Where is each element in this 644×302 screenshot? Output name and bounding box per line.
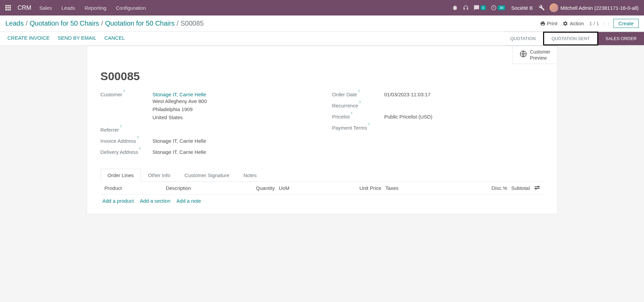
- status-quotation-sent-label: QUOTATION SENT: [552, 36, 590, 41]
- breadcrumb-sep: /: [101, 20, 103, 27]
- create-button[interactable]: Create: [613, 19, 639, 28]
- tab-customer-signature[interactable]: Customer Signature: [178, 169, 236, 182]
- pricelist-label: Pricelist?: [332, 113, 384, 120]
- tab-other-info[interactable]: Other Info: [141, 169, 178, 182]
- action-label: Action: [570, 21, 584, 26]
- add-section-link[interactable]: Add a section: [140, 198, 171, 204]
- tools-icon[interactable]: [539, 5, 545, 11]
- customer-preview-line2: Preview: [530, 55, 547, 61]
- cancel-button[interactable]: CANCEL: [100, 32, 129, 45]
- globe-icon: [519, 50, 527, 60]
- help-icon[interactable]: ?: [120, 125, 122, 129]
- help-icon[interactable]: ?: [350, 111, 352, 115]
- activities-icon[interactable]: 38: [491, 5, 505, 11]
- referrer-label: Referrer?: [101, 126, 153, 133]
- form-right-col: Order Date? 01/03/2023 11:03:17 Recurren…: [332, 91, 544, 160]
- order-date-value: 01/03/2023 11:03:17: [384, 92, 431, 97]
- recurrence-field: Recurrence?: [332, 102, 544, 108]
- action-bar: CREATE INVOICE SEND BY EMAIL CANCEL QUOT…: [0, 32, 644, 46]
- bug-icon[interactable]: [452, 5, 458, 11]
- invoice-address-value: Stonage IT, Carrie Helle: [153, 138, 206, 144]
- add-row: Add a product Add a section Add a note: [101, 195, 544, 207]
- customer-value: Stonage IT, Carrie Helle West Allegheny …: [153, 92, 207, 122]
- th-quantity: Quantity: [241, 185, 277, 191]
- invoice-address-label: Invoice Address?: [101, 137, 153, 144]
- gear-icon: [563, 21, 568, 26]
- tab-notes[interactable]: Notes: [236, 169, 264, 182]
- customer-label: Customer?: [101, 91, 153, 97]
- help-icon[interactable]: ?: [139, 147, 141, 151]
- company-selector[interactable]: Société B: [510, 5, 534, 11]
- invoice-address-field: Invoice Address? Stonage IT, Carrie Hell…: [101, 137, 312, 144]
- breadcrumb-sep: /: [177, 20, 179, 27]
- add-note-link[interactable]: Add a note: [177, 198, 201, 204]
- th-description: Description: [164, 185, 241, 191]
- th-disc: Disc.%: [473, 185, 509, 191]
- customer-preview-line1: Customer: [530, 49, 551, 55]
- support-icon[interactable]: [463, 5, 469, 11]
- help-icon[interactable]: ?: [368, 123, 370, 127]
- th-product: Product: [103, 185, 164, 191]
- navbar-right: 6 38 Société B Mitchell Admin (22381171-…: [452, 3, 641, 12]
- breadcrumb-leads[interactable]: Leads: [5, 20, 24, 27]
- top-navbar: CRM Sales Leads Reporting Configuration …: [0, 0, 644, 15]
- th-subtotal: Subtotal: [509, 185, 532, 191]
- user-name: Mitchell Admin (22381171-16-0-all): [560, 5, 639, 11]
- delivery-address-label: Delivery Address?: [101, 148, 153, 155]
- customer-link[interactable]: Stonage IT, Carrie Helle: [153, 92, 206, 97]
- help-icon[interactable]: ?: [137, 136, 139, 140]
- pricelist-field: Pricelist? Public Pricelist (USD): [332, 113, 544, 120]
- avatar: [550, 3, 558, 12]
- th-taxes: Taxes: [383, 185, 474, 191]
- breadcrumb: Leads / Quotation for 50 Chairs / Quotat…: [5, 20, 204, 27]
- th-options-icon[interactable]: [532, 185, 541, 191]
- help-icon[interactable]: ?: [359, 100, 361, 104]
- delivery-address-value: Stonage IT, Carrie Helle: [153, 149, 206, 155]
- user-menu[interactable]: Mitchell Admin (22381171-16-0-all): [550, 3, 639, 12]
- table-header: Product Description Quantity UoM Unit Pr…: [101, 182, 544, 195]
- customer-field: Customer? Stonage IT, Carrie Helle West …: [101, 91, 312, 122]
- referrer-field: Referrer?: [101, 126, 312, 133]
- order-date-field: Order Date? 01/03/2023 11:03:17: [332, 91, 544, 97]
- status-quotation-sent[interactable]: QUOTATION SENT: [543, 32, 598, 45]
- pager-next-icon[interactable]: ›: [606, 21, 611, 27]
- tab-order-lines[interactable]: Order Lines: [101, 169, 141, 182]
- status-quotation[interactable]: QUOTATION: [503, 32, 543, 45]
- sliders-icon: [534, 186, 540, 190]
- print-icon: [540, 21, 545, 26]
- form-wrap: Customer Preview S00085 Customer? Stonag…: [0, 46, 644, 228]
- nav-sales[interactable]: Sales: [35, 2, 56, 14]
- order-date-label: Order Date?: [332, 91, 384, 97]
- status-sales-order[interactable]: SALES ORDER: [598, 32, 644, 45]
- breadcrumb-quotation-1[interactable]: Quotation for 50 Chairs: [30, 20, 99, 27]
- breadcrumb-sep: /: [26, 20, 28, 27]
- apps-icon[interactable]: [3, 2, 13, 13]
- status-bar: QUOTATION QUOTATION SENT SALES ORDER: [503, 32, 644, 45]
- nav-leads[interactable]: Leads: [58, 2, 79, 14]
- payment-terms-label: Payment Terms?: [332, 124, 384, 131]
- breadcrumb-current: S00085: [181, 20, 204, 27]
- nav-configuration[interactable]: Configuration: [112, 2, 150, 14]
- action-button[interactable]: Action: [560, 19, 586, 28]
- add-product-link[interactable]: Add a product: [103, 198, 134, 204]
- nav-reporting[interactable]: Reporting: [80, 2, 110, 14]
- help-icon[interactable]: ?: [123, 89, 125, 93]
- tabs: Order Lines Other Info Customer Signatur…: [101, 168, 544, 182]
- help-icon[interactable]: ?: [358, 89, 360, 93]
- send-email-button[interactable]: SEND BY EMAIL: [54, 32, 101, 45]
- customer-preview-text: Customer Preview: [530, 49, 551, 61]
- brand-label[interactable]: CRM: [13, 4, 35, 11]
- page-title: S00085: [101, 70, 544, 83]
- customer-preview-button[interactable]: Customer Preview: [512, 46, 558, 64]
- form-card: Customer Preview S00085 Customer? Stonag…: [87, 46, 558, 214]
- control-bar: Leads / Quotation for 50 Chairs / Quotat…: [0, 15, 644, 32]
- delivery-address-field: Delivery Address? Stonage IT, Carrie Hel…: [101, 148, 312, 155]
- breadcrumb-quotation-2[interactable]: Quotation for 50 Chairs: [105, 20, 175, 27]
- messages-icon[interactable]: 6: [473, 5, 486, 11]
- address-line: West Allegheny Ave 800: [153, 97, 207, 105]
- create-invoice-button[interactable]: CREATE INVOICE: [0, 32, 54, 45]
- pager-prev-icon[interactable]: ‹: [602, 21, 606, 27]
- form-left-col: Customer? Stonage IT, Carrie Helle West …: [101, 91, 312, 160]
- recurrence-label: Recurrence?: [332, 102, 384, 108]
- print-button[interactable]: Print: [537, 19, 560, 28]
